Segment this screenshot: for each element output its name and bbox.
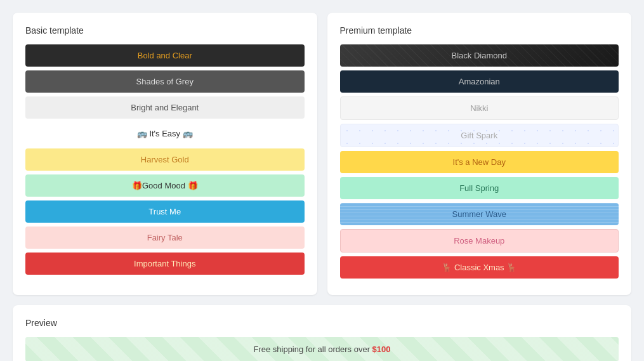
template-label: Full Spring — [459, 183, 499, 193]
preview-panel: Preview Free shipping for all orders ove… — [13, 305, 631, 361]
template-label: 🚌 It's Easy 🚌 — [137, 129, 193, 138]
preview-title: Preview — [25, 318, 619, 328]
template-label: Summer Wave — [452, 209, 506, 219]
template-rose-makeup[interactable]: Rose Makeup — [340, 229, 619, 253]
template-label: Amazonian — [459, 77, 500, 86]
template-label: Shades of Grey — [136, 77, 194, 86]
template-harvest-gold[interactable]: Harvest Gold — [25, 148, 305, 171]
template-label: Gift Spark — [461, 131, 497, 140]
template-its-easy[interactable]: 🚌 It's Easy 🚌 — [25, 122, 305, 145]
template-label: Bold and Clear — [138, 51, 192, 60]
template-full-spring[interactable]: Full Spring — [340, 177, 619, 199]
template-important-things[interactable]: Important Things — [25, 253, 305, 275]
template-fairy-tale[interactable]: Fairy Tale — [25, 226, 305, 249]
highlight-amount-1: $100 — [372, 345, 391, 354]
premium-template-title: Premium template — [340, 25, 619, 36]
basic-template-title: Basic template — [25, 25, 305, 36]
preview-row-free-shipping: Free shipping for all orders over $100 — [25, 337, 619, 361]
template-gift-spark[interactable]: Gift Spark — [340, 124, 619, 147]
template-label: Bright and Elegant — [131, 103, 199, 112]
template-black-diamond[interactable]: Black Diamond — [340, 44, 619, 67]
template-label: Rose Makeup — [454, 236, 504, 246]
template-label: 🦌 Classic Xmas 🦌 — [442, 263, 516, 272]
template-summer-wave[interactable]: Summer Wave — [340, 203, 619, 225]
template-nikki[interactable]: Nikki — [340, 96, 619, 120]
template-label: Important Things — [134, 259, 195, 268]
template-amazonian[interactable]: Amazonian — [340, 70, 619, 93]
template-classic-xmas[interactable]: 🦌 Classic Xmas 🦌 — [340, 256, 619, 279]
template-label: Black Diamond — [452, 51, 507, 60]
template-bold-and-clear[interactable]: Bold and Clear — [25, 44, 305, 67]
template-label: It's a New Day — [453, 157, 506, 167]
template-bright-and-elegant[interactable]: Bright and Elegant — [25, 96, 305, 119]
preview-text-1: Free shipping for all orders over $100 — [253, 345, 390, 354]
template-label: Nikki — [470, 103, 488, 113]
template-label: Harvest Gold — [141, 155, 189, 164]
template-its-a-new-day[interactable]: It's a New Day — [340, 151, 619, 173]
basic-template-panel: Basic template Bold and Clear Shades of … — [13, 13, 317, 295]
template-label: Fairy Tale — [147, 233, 183, 242]
template-shades-of-grey[interactable]: Shades of Grey — [25, 70, 305, 93]
premium-template-panel: Premium template Black Diamond Amazonian… — [327, 13, 632, 295]
templates-container: Basic template Bold and Clear Shades of … — [13, 13, 631, 295]
template-good-mood[interactable]: 🎁Good Mood 🎁 — [25, 174, 305, 197]
template-label: 🎁Good Mood 🎁 — [132, 181, 198, 190]
template-trust-me[interactable]: Trust Me — [25, 200, 305, 223]
template-label: Trust Me — [148, 207, 181, 216]
